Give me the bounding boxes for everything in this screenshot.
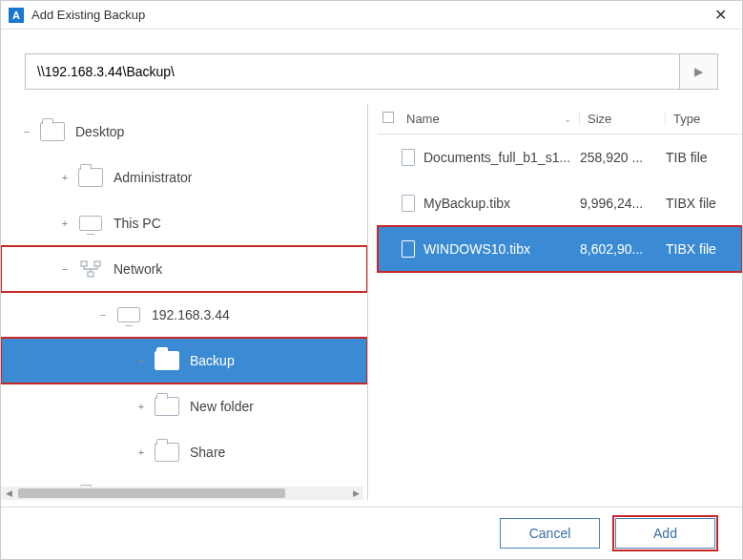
folder-icon <box>155 351 179 370</box>
folder-icon <box>155 397 179 416</box>
file-type: TIBX file <box>666 241 742 257</box>
network-icon <box>77 259 104 280</box>
tree-label: New folder <box>190 399 254 414</box>
file-type: TIBX file <box>666 196 742 211</box>
tree-item-this-pc[interactable]: + This PC <box>10 200 367 246</box>
tree-item-backup[interactable]: + Backup <box>1 338 367 384</box>
list-header: Name⌄ Size Type <box>378 104 742 135</box>
collapse-icon[interactable]: − <box>96 309 110 321</box>
svg-rect-0 <box>81 261 87 266</box>
horizontal-scrollbar[interactable]: ◀ ▶ <box>1 487 363 500</box>
chevron-down-icon: ⌄ <box>564 114 571 124</box>
expand-icon[interactable]: + <box>134 446 148 458</box>
path-input[interactable] <box>26 54 679 89</box>
collapse-icon[interactable]: − <box>58 263 72 275</box>
file-size: 258,920 ... <box>580 150 666 165</box>
tree-item-share[interactable]: + Share <box>10 429 367 475</box>
folder-tree: − Desktop + Administrator + This PC − Ne… <box>1 104 368 500</box>
tree-item-desktop[interactable]: − Desktop <box>10 109 367 155</box>
tree-label: Network <box>114 261 162 277</box>
computer-icon <box>117 307 140 322</box>
scroll-right-icon[interactable]: ▶ <box>348 488 363 498</box>
tree-item-administrator[interactable]: + Administrator <box>10 155 367 200</box>
expand-icon[interactable]: + <box>134 401 148 412</box>
folder-icon <box>40 122 65 141</box>
expand-icon[interactable]: + <box>58 218 72 229</box>
add-button[interactable]: Add <box>615 518 715 549</box>
file-type: TIB file <box>666 150 742 165</box>
tree-label: This PC <box>114 216 161 231</box>
column-type[interactable]: Type <box>666 112 742 126</box>
column-name[interactable]: Name⌄ <box>399 112 580 126</box>
select-all-checkbox[interactable] <box>378 112 399 126</box>
file-size: 8,602,90... <box>580 241 666 257</box>
collapse-icon[interactable]: − <box>20 126 33 137</box>
scroll-left-icon[interactable]: ◀ <box>1 488 16 498</box>
column-size[interactable]: Size <box>580 112 666 126</box>
computer-icon <box>79 216 102 231</box>
tree-item-network[interactable]: − Network <box>1 246 367 292</box>
file-icon <box>402 240 415 258</box>
file-size: 9,996,24... <box>580 196 666 211</box>
tree-item-new-folder[interactable]: + New folder <box>10 384 367 429</box>
window-title: Add Existing Backup <box>31 8 706 22</box>
tree-label: Administrator <box>114 170 192 185</box>
footer: Cancel Add <box>1 507 742 559</box>
close-button[interactable]: ✕ <box>706 6 734 24</box>
expand-icon[interactable]: + <box>134 355 148 366</box>
path-bar: ▶ <box>25 53 718 90</box>
file-list: Name⌄ Size Type Documents_full_b1_s1... … <box>368 104 742 500</box>
cancel-button[interactable]: Cancel <box>500 518 600 549</box>
tree-label: 192.168.3.44 <box>152 307 230 322</box>
tree-item-ip[interactable]: − 192.168.3.44 <box>10 292 367 338</box>
expand-icon[interactable]: + <box>58 172 72 183</box>
folder-icon <box>155 443 179 462</box>
tree-label: Desktop <box>75 124 124 139</box>
file-name: WINDOWS10.tibx <box>423 241 580 257</box>
path-go-button[interactable]: ▶ <box>679 54 717 89</box>
svg-rect-1 <box>94 261 100 266</box>
tree-label: Share <box>190 445 225 460</box>
app-icon: A <box>9 8 24 23</box>
file-name: MyBackup.tibx <box>423 196 580 211</box>
file-icon <box>402 195 415 212</box>
list-row[interactable]: MyBackup.tibx 9,996,24... TIBX file <box>378 180 742 226</box>
file-name: Documents_full_b1_s1... <box>423 150 580 165</box>
folder-icon <box>78 168 103 187</box>
svg-rect-2 <box>88 272 93 277</box>
tree-label: Backup <box>190 353 235 368</box>
list-row[interactable]: WINDOWS10.tibx 8,602,90... TIBX file <box>378 226 742 272</box>
scroll-thumb[interactable] <box>18 488 285 498</box>
file-icon <box>402 149 415 166</box>
titlebar: A Add Existing Backup ✕ <box>1 1 742 30</box>
list-row[interactable]: Documents_full_b1_s1... 258,920 ... TIB … <box>378 135 742 180</box>
